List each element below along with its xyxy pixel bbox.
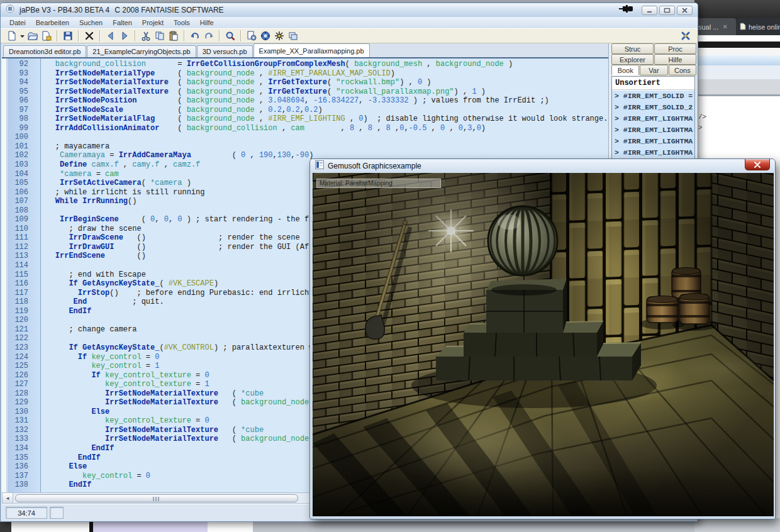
tab-close-icon[interactable]: ✕ — [722, 23, 727, 30]
toolbar-open-file-button[interactable] — [26, 30, 40, 42]
line-number: 115 — [2, 270, 35, 280]
open-file-icon — [27, 30, 38, 42]
code-text: key_control_texture = 1 — [35, 380, 209, 389]
code-line[interactable]: 92 background_collision = IrrGetCollisio… — [2, 60, 608, 69]
toolbar-separator — [240, 30, 242, 42]
file-tab[interactable]: Dreamotion3d editor.pb — [3, 45, 86, 57]
line-number: 104 — [2, 170, 35, 179]
close-button[interactable] — [677, 6, 693, 15]
code-text: key_control = 0 — [35, 472, 150, 481]
background-window-fragment — [208, 522, 253, 532]
code-line[interactable]: 98 IrrSetNodeMaterialFlag ( background_n… — [2, 114, 608, 124]
book-item[interactable]: > #IRR_EMT_LIGHTMA — [612, 147, 694, 158]
line-number: 131 — [2, 416, 35, 426]
background-window-fragment — [93, 522, 208, 532]
toolbar-close-file-button[interactable] — [82, 30, 96, 42]
toolbar-undo-button[interactable] — [188, 30, 202, 42]
menu-falten[interactable]: Falten — [108, 18, 137, 28]
menu-datei[interactable]: Datei — [4, 18, 31, 28]
pin-icon[interactable] — [618, 4, 635, 16]
code-text: If key_control = 0 — [35, 353, 159, 362]
line-number: 97 — [2, 106, 35, 115]
book-item[interactable]: > #IRR_EMT_LIGHTMA — [612, 136, 694, 147]
sidebar-tab-proc[interactable]: Proc — [654, 43, 696, 54]
code-text — [35, 316, 37, 325]
code-line[interactable]: 101 ; mayacamera — [2, 142, 608, 152]
scroll-left-button[interactable]: ◂ — [3, 493, 13, 503]
menu-hilfe[interactable]: Hilfe — [195, 18, 219, 28]
menu-suchen[interactable]: Suchen — [74, 18, 108, 28]
toolbar — [1, 28, 698, 43]
toolbar-panel-close-button[interactable] — [679, 30, 693, 42]
toolbar-nav-forward-button[interactable] — [118, 30, 131, 42]
line-number: 106 — [2, 188, 35, 197]
menu-projekt[interactable]: Projekt — [137, 18, 169, 28]
toolbar-compile-button[interactable] — [259, 30, 272, 42]
sidebar-tab-var[interactable]: Var — [640, 65, 667, 75]
code-line[interactable]: 99 IrrAddCollisionAnimator ( background_… — [2, 124, 608, 133]
code-line[interactable]: 93 IrrSetNodeMaterialType ( background_n… — [2, 69, 608, 79]
toolbar-debug-button[interactable] — [272, 30, 286, 42]
minimize-button[interactable] — [642, 6, 657, 15]
line-number: 125 — [2, 362, 35, 371]
toolbar-search-button[interactable] — [223, 30, 237, 42]
new-file-menu-icon — [20, 30, 25, 42]
book-item[interactable]: > #IRR_EMT_SOLID = — [612, 91, 694, 102]
code-line[interactable]: 96 IrrSetNodePosition ( background_node … — [2, 96, 608, 106]
toolbar-cut-button[interactable] — [139, 30, 153, 42]
toolbar-new-file-button[interactable] — [5, 30, 19, 42]
line-number: 116 — [2, 279, 35, 289]
sidebar-tab-hilfe[interactable]: Hilfe — [654, 54, 696, 65]
browser-tab[interactable]: heise onlin — [736, 18, 780, 35]
book-item[interactable]: > #IRR_EMT_LIGHTMA — [612, 113, 694, 125]
nav-forward-icon — [119, 30, 130, 42]
file-tab[interactable]: 3D versuch.pb — [197, 45, 253, 57]
sidebar-tab-struc[interactable]: Struc — [611, 43, 654, 54]
toolbar-copy-button[interactable] — [153, 30, 167, 42]
toolbar-save-button[interactable] — [61, 30, 75, 42]
line-number: 92 — [2, 60, 35, 69]
code-text: IrrSetNodeMaterialTexture ( background_n… — [35, 435, 332, 444]
titlebar[interactable]: jaPBe V3 - PB4.30 BETA 4 C 2008 FANTAISI… — [1, 3, 698, 17]
toolbar-separator — [219, 30, 220, 42]
code-text: key_control_texture = 0 — [35, 416, 209, 426]
sidebar-tab-cons[interactable]: Cons — [669, 65, 696, 75]
toolbar-window-list-button[interactable] — [286, 30, 300, 42]
gemusoft-titlebar[interactable]: Gemusoft Graphicsexample — [310, 159, 775, 173]
book-item[interactable]: > #IRR_EMT_LIGHTMA — [612, 125, 694, 136]
gemusoft-viewport[interactable]: Material: ParallaxMapping — [313, 173, 774, 516]
code-text: IrrSetNodeMaterialType ( background_node… — [35, 69, 395, 79]
browser-menu-band — [694, 42, 780, 48]
file-tab[interactable]: 21_ExampleCarryingObjects.pb — [87, 45, 196, 57]
toolbar-new-file-menu-button[interactable] — [19, 30, 26, 42]
code-line[interactable]: 97 IrrSetNodeScale ( background_node , 0… — [2, 106, 608, 115]
gemusoft-close-button[interactable] — [745, 159, 770, 170]
book-item[interactable]: > #IRR_EMT_SOLID_2 — [612, 102, 694, 113]
code-line[interactable]: 100 — [2, 133, 608, 142]
gemusoft-window: Gemusoft Graphicsexample Material: Paral… — [309, 158, 776, 519]
favicon — [740, 23, 746, 31]
browser-tab-label: sual ... — [698, 23, 718, 31]
browser-tab[interactable]: sual ...✕ — [694, 18, 736, 35]
window-subtitle: C 2008 FANTAISIE SOFTWARE — [114, 6, 223, 14]
thumb-grip-icon — [153, 497, 160, 501]
book-group-header[interactable]: Unsortiert — [612, 77, 694, 90]
menu-tools[interactable]: Tools — [169, 18, 195, 28]
toolbar-template-file-button[interactable] — [40, 30, 53, 42]
browser-addressbar-band[interactable] — [694, 55, 780, 65]
debug-icon — [274, 30, 285, 42]
toolbar-nav-back-button[interactable] — [104, 30, 118, 42]
scrollbar-thumb[interactable] — [15, 494, 298, 502]
menu-bearbeiten[interactable]: Bearbeiten — [31, 18, 74, 28]
toolbar-paste-button[interactable] — [167, 30, 181, 42]
code-line[interactable]: 94 IrrSetNodeMaterialTexture ( backgroun… — [2, 78, 608, 87]
maximize-button[interactable] — [659, 6, 675, 15]
code-text: IrrSetNodeMaterialTexture ( background_n… — [35, 87, 486, 97]
toolbar-redo-button[interactable] — [202, 30, 216, 42]
sidebar-tab-book[interactable]: Book — [611, 65, 639, 75]
file-tab[interactable]: Example_XX_Parallaxmapping.pb — [254, 43, 370, 57]
toolbar-options-button[interactable] — [245, 30, 259, 42]
sidebar-tab-explorer[interactable]: Explorer — [611, 54, 654, 65]
dungeon-scene[interactable] — [313, 173, 774, 516]
code-line[interactable]: 95 IrrSetNodeMaterialTexture ( backgroun… — [2, 87, 608, 97]
